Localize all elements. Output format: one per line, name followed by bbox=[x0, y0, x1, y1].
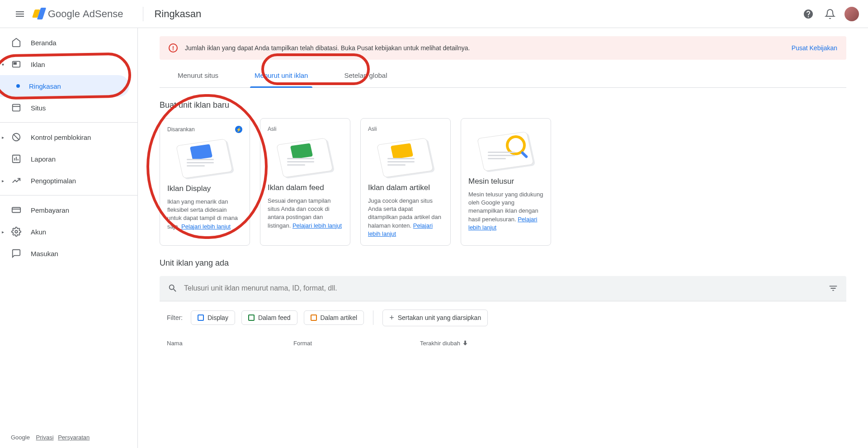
card-illustration bbox=[268, 135, 343, 178]
card-illustration bbox=[468, 129, 543, 172]
nav-label: Situs bbox=[31, 104, 46, 112]
arrow-down-icon bbox=[462, 340, 468, 346]
amp-icon: ⚡ bbox=[235, 126, 242, 133]
nav-situs[interactable]: Situs bbox=[0, 97, 137, 119]
column-nama[interactable]: Nama bbox=[167, 340, 293, 347]
card-iklan-dalam-artikel[interactable]: Asli Iklan dalam artikel Juga cocok deng… bbox=[360, 118, 451, 246]
alert-icon: ! bbox=[169, 43, 178, 52]
chip-color-icon bbox=[248, 315, 255, 321]
help-button[interactable] bbox=[799, 5, 817, 23]
column-terakhir-diubah[interactable]: Terakhir diubah bbox=[420, 340, 468, 347]
card-desc: Juga cocok dengan situs Anda serta dapat… bbox=[368, 197, 443, 238]
payment-icon bbox=[11, 205, 22, 215]
card-title: Iklan dalam artikel bbox=[368, 183, 443, 192]
adsense-logo[interactable]: Google AdSense bbox=[33, 8, 123, 20]
existing-unit-title: Unit iklan yang ada bbox=[160, 258, 846, 268]
card-mesin-telusur[interactable]: Mesin telusur Mesin telusur yang didukun… bbox=[461, 118, 551, 246]
search-input[interactable] bbox=[184, 284, 828, 292]
footer-google[interactable]: Google bbox=[11, 434, 30, 441]
nav-kontrol-pemblokiran[interactable]: ▸ Kontrol pemblokiran bbox=[0, 126, 137, 148]
card-illustration bbox=[167, 136, 242, 179]
gear-icon bbox=[11, 226, 22, 237]
feedback-icon bbox=[11, 248, 22, 259]
chip-display[interactable]: Display bbox=[191, 310, 235, 325]
nav-label: Ringkasan bbox=[29, 82, 61, 90]
card-desc: Sesuai dengan tampilan situs Anda dan co… bbox=[268, 197, 343, 230]
nav-pembayaran[interactable]: Pembayaran bbox=[0, 199, 137, 221]
chip-include-archived[interactable]: +Sertakan unit yang diarsipkan bbox=[382, 310, 488, 326]
alert-text: Jumlah iklan yang dapat Anda tampilkan t… bbox=[185, 44, 792, 52]
card-illustration bbox=[368, 135, 443, 178]
card-title: Iklan Display bbox=[167, 184, 242, 193]
search-icon bbox=[168, 283, 178, 293]
search-bar[interactable] bbox=[160, 276, 846, 301]
policy-center-link[interactable]: Pusat Kebijakan bbox=[792, 44, 837, 52]
active-indicator bbox=[16, 84, 20, 88]
filter-divider bbox=[373, 310, 373, 325]
notifications-button[interactable] bbox=[821, 5, 839, 23]
chip-dalam-feed[interactable]: Dalam feed bbox=[241, 310, 297, 325]
tab-menurut-unit-iklan[interactable]: Menurut unit iklan bbox=[236, 63, 326, 87]
policy-alert: ! Jumlah iklan yang dapat Anda tampilkan… bbox=[160, 36, 846, 60]
home-icon bbox=[11, 37, 22, 48]
tab-menurut-situs[interactable]: Menurut situs bbox=[160, 63, 236, 87]
filter-label: Filter: bbox=[167, 314, 183, 321]
card-desc: Mesin telusur yang didukung oleh Google … bbox=[468, 191, 543, 232]
new-unit-title: Buat unit iklan baru bbox=[160, 100, 846, 110]
chip-color-icon bbox=[198, 315, 204, 321]
card-title: Mesin telusur bbox=[468, 177, 543, 186]
chevron-down-icon: ▾ bbox=[2, 62, 4, 67]
trending-icon bbox=[11, 175, 22, 186]
footer-persyaratan[interactable]: Persyaratan bbox=[58, 434, 90, 441]
hamburger-icon bbox=[14, 9, 25, 19]
plus-icon: + bbox=[389, 313, 394, 323]
nav-label: Beranda bbox=[31, 39, 57, 47]
nav-divider bbox=[0, 122, 137, 123]
chip-dalam-artikel[interactable]: Dalam artikel bbox=[304, 310, 364, 325]
chevron-right-icon: ▸ bbox=[2, 229, 4, 234]
sidebar-footer: Google Privasi Persyaratan bbox=[0, 427, 137, 448]
card-title: Iklan dalam feed bbox=[268, 183, 343, 192]
tab-setelan-global[interactable]: Setelan global bbox=[326, 63, 405, 87]
chip-color-icon bbox=[311, 315, 317, 321]
nav-masukan[interactable]: Masukan bbox=[0, 243, 137, 264]
card-badge: Asli bbox=[268, 126, 276, 132]
nav-laporan[interactable]: Laporan bbox=[0, 148, 137, 170]
report-icon bbox=[11, 153, 22, 164]
card-badge: Asli bbox=[368, 126, 377, 132]
card-desc: Iklan yang menarik dan fleksibel serta d… bbox=[167, 198, 242, 231]
svg-line-5 bbox=[14, 134, 19, 140]
adsense-logo-icon bbox=[33, 8, 45, 20]
card-iklan-display[interactable]: Disarankan⚡ Iklan Display Iklan yang men… bbox=[160, 118, 250, 246]
nav-label: Kontrol pemblokiran bbox=[31, 133, 91, 141]
svg-rect-2 bbox=[13, 105, 20, 111]
nav-ringkasan[interactable]: Ringkasan bbox=[0, 75, 129, 97]
user-avatar[interactable] bbox=[844, 7, 859, 21]
filter-list-icon[interactable] bbox=[828, 283, 838, 293]
chevron-right-icon: ▸ bbox=[2, 135, 4, 140]
table-header: Nama Format Terakhir diubah bbox=[160, 334, 846, 352]
card-iklan-dalam-feed[interactable]: Asli Iklan dalam feed Sesuai dengan tamp… bbox=[260, 118, 350, 246]
learn-more-link[interactable]: Pelajari lebih lanjut bbox=[181, 223, 231, 230]
footer-privasi[interactable]: Privasi bbox=[36, 434, 54, 441]
nav-akun[interactable]: ▸ Akun bbox=[0, 221, 137, 243]
nav-iklan[interactable]: ▾ Iklan bbox=[0, 53, 137, 75]
svg-point-12 bbox=[15, 230, 18, 233]
help-icon bbox=[803, 9, 814, 19]
chevron-right-icon: ▸ bbox=[2, 178, 4, 183]
adsense-logo-text: Google AdSense bbox=[48, 8, 123, 20]
nav-label: Pembayaran bbox=[31, 206, 69, 214]
nav-pengoptimalan[interactable]: ▸ Pengoptimalan bbox=[0, 170, 137, 191]
nav-label: Laporan bbox=[31, 155, 56, 163]
svg-rect-1 bbox=[14, 62, 17, 64]
column-format[interactable]: Format bbox=[293, 340, 420, 347]
ad-icon bbox=[11, 59, 22, 70]
nav-label: Masukan bbox=[31, 250, 58, 257]
learn-more-link[interactable]: Pelajari lebih lanjut bbox=[292, 222, 342, 229]
menu-button[interactable] bbox=[9, 3, 31, 25]
nav-beranda[interactable]: Beranda bbox=[0, 32, 137, 53]
card-badge: Disarankan bbox=[167, 126, 195, 133]
svg-rect-10 bbox=[12, 208, 20, 213]
header-divider bbox=[143, 7, 143, 21]
page-title: Ringkasan bbox=[154, 8, 201, 20]
